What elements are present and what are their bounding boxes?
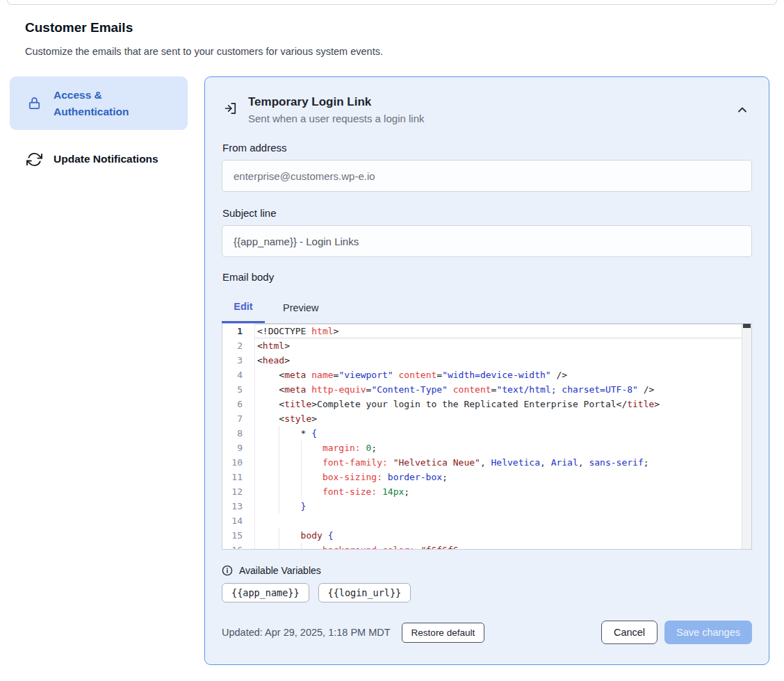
from-address-input[interactable]	[222, 160, 752, 192]
sidebar-item-access-authentication[interactable]: Access & Authentication	[10, 76, 188, 130]
sidebar-item-label: Access & Authentication	[54, 87, 178, 120]
code-line	[257, 514, 742, 528]
line-number: 7	[222, 411, 254, 426]
line-number: 12	[222, 484, 254, 499]
code-line: <meta name="viewport" content="width=dev…	[257, 368, 742, 382]
save-changes-button[interactable]: Save changes	[664, 621, 752, 644]
email-body-tabs: Edit Preview	[222, 292, 752, 323]
line-number: 8	[222, 426, 254, 441]
panel-title: Temporary Login Link	[248, 95, 424, 109]
code-line: box-sizing: border-box;	[257, 470, 742, 484]
info-icon	[222, 565, 233, 576]
code-line: <!DOCTYPE html>	[257, 324, 742, 338]
email-template-panel: Temporary Login Link Sent when a user re…	[204, 76, 769, 665]
code-line: <meta http-equiv="Content-Type" content=…	[257, 382, 742, 397]
code-line: <style>	[257, 411, 742, 426]
top-card-edge	[7, 0, 777, 5]
code-area: <!DOCTYPE html><html><head><meta name="v…	[255, 324, 742, 549]
cancel-button[interactable]: Cancel	[601, 621, 658, 644]
login-icon	[224, 101, 238, 124]
page-subtitle: Customize the emails that are sent to yo…	[25, 46, 383, 57]
code-line: body {	[257, 528, 742, 543]
line-number: 1	[222, 324, 254, 338]
code-line: font-size: 14px;	[257, 484, 742, 499]
line-number: 2	[222, 338, 254, 353]
editor-scrollbar-thumb[interactable]	[743, 324, 751, 328]
code-editor[interactable]: 12345678910111213141516 <!DOCTYPE html><…	[222, 323, 752, 550]
available-variables-label: Available Variables	[239, 565, 321, 576]
line-number: 9	[222, 441, 254, 455]
line-number: 5	[222, 382, 254, 397]
line-number: 15	[222, 528, 254, 543]
tab-edit[interactable]: Edit	[222, 292, 265, 323]
line-number: 10	[222, 455, 254, 470]
subject-line-label: Subject line	[222, 207, 752, 219]
lock-icon	[26, 95, 42, 111]
chevron-up-icon[interactable]	[737, 104, 748, 115]
code-line: background-color: #f6f6f6;	[257, 543, 742, 549]
sidebar-item-label: Update Notifications	[54, 151, 158, 167]
code-line: margin: 0;	[257, 441, 742, 455]
panel-header-text: Temporary Login Link Sent when a user re…	[248, 95, 424, 124]
code-line: <title>Complete your login to the Replic…	[257, 397, 742, 411]
line-number: 6	[222, 397, 254, 411]
updated-timestamp: Updated: Apr 29, 2025, 1:18 PM MDT	[222, 627, 391, 638]
panel-header: Temporary Login Link Sent when a user re…	[222, 95, 752, 124]
sidebar: Access & Authentication Update Notificat…	[10, 76, 188, 176]
page-title: Customer Emails	[25, 20, 133, 35]
variable-chips: {{app_name}} {{login_url}}	[222, 583, 752, 602]
panel-footer: Updated: Apr 29, 2025, 1:18 PM MDT Resto…	[222, 621, 752, 644]
line-number: 11	[222, 470, 254, 484]
sidebar-item-update-notifications[interactable]: Update Notifications	[10, 142, 188, 176]
customer-emails-page: Customer Emails Customize the emails tha…	[0, 0, 784, 681]
code-line: * {	[257, 426, 742, 441]
line-number: 4	[222, 368, 254, 382]
editor-scrollbar[interactable]	[742, 324, 751, 549]
email-body-label: Email body	[222, 271, 752, 283]
code-line: font-family: "Helvetica Neue", Helvetica…	[257, 455, 742, 470]
code-line: <head>	[257, 353, 742, 368]
subject-line-input[interactable]	[222, 225, 752, 257]
available-variables-row: Available Variables	[222, 565, 752, 576]
line-number-gutter: 12345678910111213141516	[222, 324, 255, 549]
line-number: 14	[222, 514, 254, 528]
line-number: 13	[222, 499, 254, 514]
variable-chip-app-name[interactable]: {{app_name}}	[222, 583, 309, 602]
refresh-icon	[26, 151, 42, 167]
tab-preview[interactable]: Preview	[280, 292, 322, 323]
line-number: 16	[222, 543, 254, 550]
restore-default-button[interactable]: Restore default	[402, 623, 485, 643]
variable-chip-login-url[interactable]: {{login_url}}	[318, 583, 411, 602]
line-number: 3	[222, 353, 254, 368]
code-line: }	[257, 499, 742, 514]
code-line: <html>	[257, 338, 742, 353]
panel-subtitle: Sent when a user requests a login link	[248, 113, 424, 124]
from-address-label: From address	[222, 142, 752, 154]
